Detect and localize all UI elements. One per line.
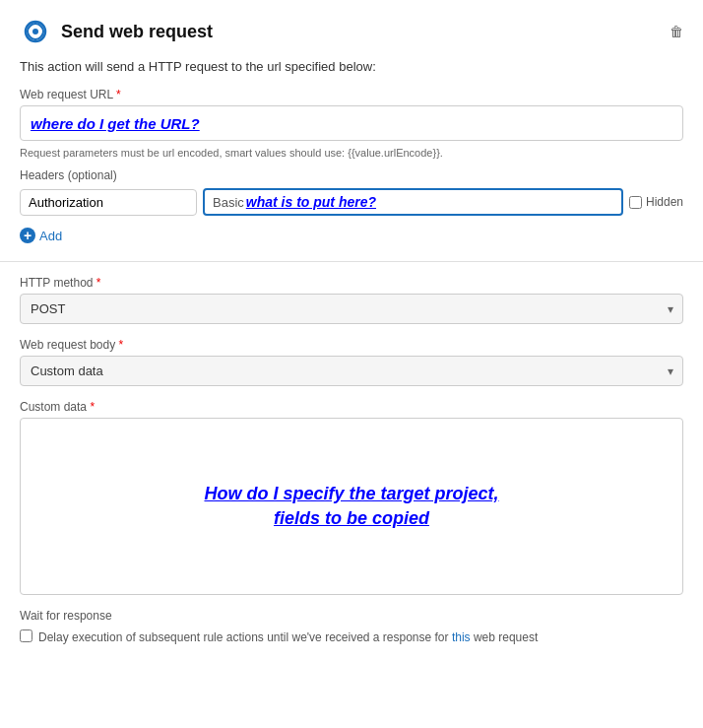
description-text: This action will send a HTTP request to …: [20, 59, 683, 74]
wait-label: Wait for response: [20, 609, 683, 623]
custom-data-annotation: How do I specify the target project, fie…: [204, 482, 498, 531]
web-request-body-label: Web request body *: [20, 338, 683, 352]
add-header-button[interactable]: + Add: [20, 224, 62, 247]
headers-label: Headers (optional): [20, 168, 683, 182]
svg-point-1: [32, 29, 38, 34]
this-link[interactable]: this: [452, 630, 471, 644]
hidden-checkbox[interactable]: [629, 196, 642, 209]
automation-icon: [20, 16, 51, 47]
headers-row: Basic what is to put here? Hidden: [20, 188, 683, 216]
http-method-select-wrapper: POST GET PUT DELETE PATCH ▾: [20, 294, 683, 324]
header-value-prefix: Basic: [213, 195, 244, 210]
custom-data-label: Custom data *: [20, 400, 683, 414]
hidden-label: Hidden: [629, 195, 683, 209]
url-input[interactable]: where do I get the URL?: [20, 105, 683, 141]
panel-header: Send web request 🗑: [20, 16, 683, 47]
header-name-input[interactable]: [20, 189, 197, 216]
wait-checkbox[interactable]: [20, 629, 32, 642]
wait-text: Delay execution of subsequent rule actio…: [38, 629, 538, 646]
add-icon: +: [20, 228, 35, 243]
custom-data-textarea[interactable]: How do I specify the target project, fie…: [20, 418, 683, 595]
wait-row: Delay execution of subsequent rule actio…: [20, 629, 683, 646]
url-field-label: Web request URL *: [20, 88, 683, 101]
http-method-select[interactable]: POST GET PUT DELETE PATCH: [20, 294, 683, 324]
divider: [0, 261, 703, 262]
page-title: Send web request: [61, 22, 660, 42]
url-annotation: where do I get the URL?: [31, 115, 200, 132]
web-request-body-select-wrapper: Custom data Empty Form parameters ▾: [20, 356, 683, 386]
header-value-annotation: what is to put here?: [246, 194, 376, 210]
web-request-body-select[interactable]: Custom data Empty Form parameters: [20, 356, 683, 386]
header-value-wrapper[interactable]: Basic what is to put here?: [203, 188, 623, 216]
wait-for-response-section: Wait for response Delay execution of sub…: [20, 609, 683, 646]
http-method-label: HTTP method *: [20, 276, 683, 290]
trash-icon[interactable]: 🗑: [670, 24, 683, 39]
hint-text: Request parameters must be url encoded, …: [20, 147, 683, 159]
